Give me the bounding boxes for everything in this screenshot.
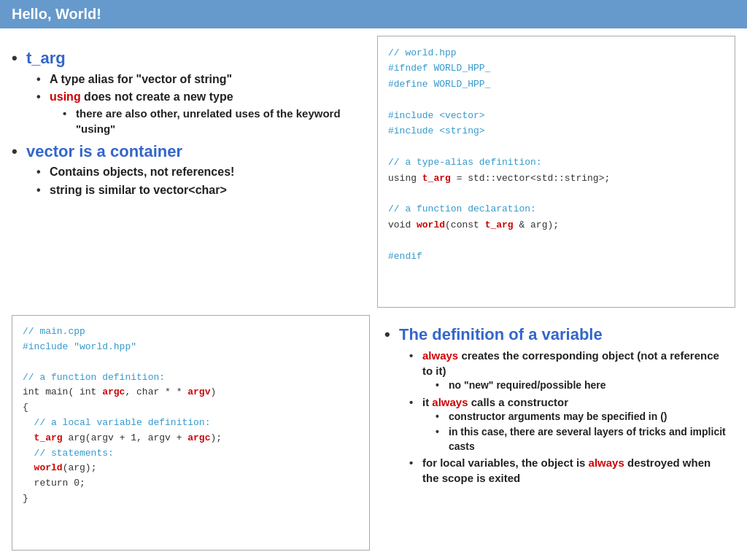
left-top-list: t_arg A type alias for "vector of string… [12,47,370,198]
def-item2-sub: constructor arguments may be specified i… [436,410,728,454]
code-line: } [23,491,359,507]
code-line: // main.cpp [23,324,359,340]
code-line: t_arg arg(argv + 1, argv + argc); [23,431,359,446]
world-hpp-codebox: // world.hpp #ifndef WORLD_HPP_ #define … [377,36,735,308]
vector-subitems: Contains objects, not references! string… [36,164,370,198]
code-line-blank [23,355,359,370]
right-bottom-section: The definition of a variable always crea… [377,315,735,551]
t-arg-subitems: A type alias for "vector of string" usin… [36,71,370,136]
code-line: #include <string> [388,123,724,139]
t-arg-desc2: using does not create a new type there a… [36,89,370,136]
code-line: #ifndef WORLD_HPP_ [388,61,724,76]
code-line: #include "world.hpp" [23,340,359,355]
definition-title: The definition of a variable [399,325,603,343]
always-keyword-3: always [589,456,624,469]
code-line-blank [388,92,724,107]
code-line-blank [388,139,724,155]
item-t-arg: t_arg A type alias for "vector of string… [12,47,370,136]
code-line: world(arg); [23,461,359,476]
right-bottom-list: The definition of a variable always crea… [384,324,728,486]
def-item2-sub1: constructor arguments may be specified i… [436,410,728,424]
code-line-blank [388,186,724,201]
def-item2-sub2: in this case, there are several layers o… [436,425,728,454]
code-line: { [23,400,359,416]
def-item1-sub1: no "new" required/possible here [436,378,728,393]
title-text: Hello, World! [12,6,101,22]
using-keyword: using [50,90,81,103]
code-line: // a local variable definition: [23,416,359,431]
code-line: // a function definition: [23,370,359,386]
code-line: #define WORLD_HPP_ [388,77,724,92]
main-cpp-codebox: // main.cpp #include "world.hpp" // a fu… [12,315,370,551]
title-bar: Hello, World! [0,0,747,28]
def-item1: always creates the corresponding object … [409,348,728,393]
code-line: // a function declaration: [388,201,724,217]
t-arg-desc1: A type alias for "vector of string" [36,71,370,88]
code-line: #endif [388,249,724,264]
code-line: // a type-alias definition: [388,155,724,170]
code-line: void world(const t_arg & arg); [388,217,724,233]
always-keyword-1: always [422,349,458,362]
vector-desc2: string is similar to vector<char> [36,182,370,198]
code-line: return 0; [23,476,359,491]
main-content: t_arg A type alias for "vector of string… [0,28,747,558]
vector-desc1: Contains objects, not references! [36,164,370,180]
def-item1-sub: no "new" required/possible here [436,378,728,393]
always-keyword-2: always [432,396,468,408]
t-arg-desc2-sub: there are also other, unrelated uses of … [63,106,370,136]
code-line: int main( int argc, char * * argv) [23,385,359,400]
definition-subitems: always creates the corresponding object … [409,348,728,486]
code-line: #include <vector> [388,108,724,123]
def-item3: for local variables, the object is alway… [409,455,728,486]
item-vector: vector is a container Contains objects, … [12,141,370,199]
code-line: // world.hpp [388,45,724,61]
code-line: // statements: [23,446,359,462]
item-definition: The definition of a variable always crea… [384,324,728,486]
t-arg-desc2-sub1: there are also other, unrelated uses of … [63,106,370,136]
left-top-section: t_arg A type alias for "vector of string… [12,36,370,308]
code-line: using t_arg = std::vector<std::string>; [388,171,724,186]
code-line-blank [388,233,724,248]
def-item2: it always calls a constructor constructo… [409,394,728,454]
